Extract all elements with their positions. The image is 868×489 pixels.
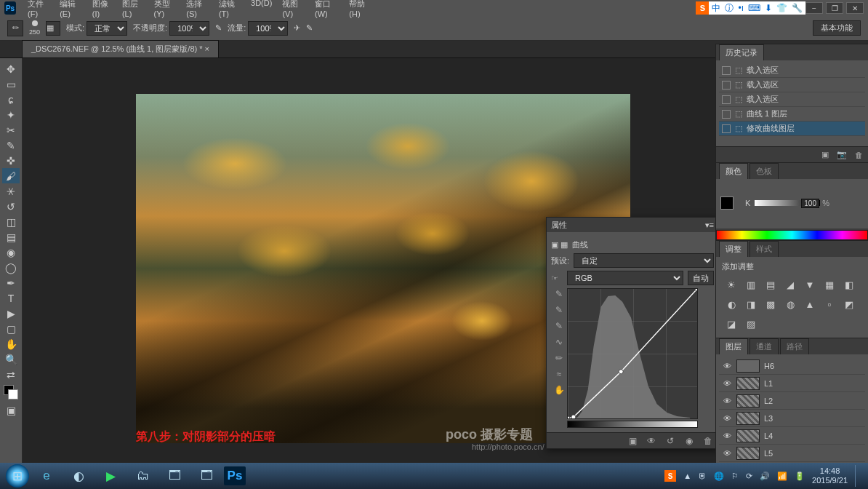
auto-button[interactable]: 自动 [688, 271, 714, 285]
tray-up-icon[interactable]: ▲ [683, 472, 691, 480]
color-spectrum-bar[interactable] [716, 230, 868, 240]
blend-mode-select[interactable]: 正常 [87, 21, 127, 36]
ime-keyboard-icon[interactable]: ⌨ [748, 3, 760, 13]
ime-skin-icon[interactable]: 👕 [776, 3, 787, 13]
menu-file[interactable]: 文件(F) [23, 0, 54, 20]
adj-exposure-icon[interactable]: ◢ [784, 278, 797, 291]
adj-levels-icon[interactable]: ▥ [744, 278, 758, 291]
curve-edit-icon[interactable]: ∿ [553, 336, 565, 348]
layer-row[interactable]: 👁L4 [719, 427, 865, 445]
taskbar-clock[interactable]: 14:48 2015/9/21 [812, 466, 848, 485]
channels-tab[interactable]: 通道 [750, 338, 779, 354]
workspace-switcher[interactable]: 基本功能 [813, 20, 861, 36]
crop-tool-icon[interactable]: ✂ [2, 122, 20, 138]
layer-name[interactable]: L3 [764, 414, 773, 423]
task-icon[interactable]: 🗔 [160, 465, 189, 487]
close-window-button[interactable]: ✕ [846, 2, 864, 14]
type-tool-icon[interactable]: T [2, 290, 20, 306]
adj-colorbal-icon[interactable]: ◧ [843, 278, 856, 291]
swap-colors-icon[interactable]: ⇄ [2, 367, 20, 382]
history-item[interactable]: ⬚载入选区 [719, 78, 865, 92]
adj-bw-icon[interactable]: ◐ [725, 298, 738, 311]
stamp-tool-icon[interactable]: ⚹ [2, 183, 20, 199]
adj-selcolor-icon[interactable]: ▨ [744, 317, 758, 330]
layer-row[interactable]: 👁L3 [719, 410, 865, 427]
menu-filter[interactable]: 滤镜(T) [214, 0, 245, 20]
layer-row[interactable]: 👁L2 [719, 392, 865, 410]
curve-draw-icon[interactable]: ✏ [553, 352, 565, 364]
doc-tab[interactable]: _DSC2676.NEF @ 12.5% (曲线 1, 图层蒙版/8) * × [22, 40, 219, 57]
tray-batt-icon[interactable]: 🔋 [795, 472, 805, 481]
ime-moon-icon[interactable]: ⓙ [725, 2, 734, 15]
menu-select[interactable]: 选择(S) [182, 0, 213, 20]
menu-view[interactable]: 视图(V) [278, 0, 309, 20]
properties-tab[interactable]: 属性 [551, 220, 567, 231]
history-item[interactable]: ⬚修改曲线图层 [719, 122, 865, 136]
task-icon-2[interactable]: 🗔 [192, 465, 221, 487]
adj-poster-icon[interactable]: ▫ [823, 298, 836, 311]
styles-tab[interactable]: 样式 [750, 241, 779, 257]
tray-sogou-icon[interactable]: S [664, 470, 676, 482]
layer-name[interactable]: L4 [764, 432, 773, 440]
tray-vol-icon[interactable]: 🔊 [760, 472, 770, 481]
layer-name[interactable]: L2 [764, 397, 773, 405]
tray-net-icon[interactable]: 🌐 [714, 472, 724, 481]
browser-icon[interactable]: ◐ [64, 465, 93, 487]
history-delete-icon[interactable]: 🗑 [853, 150, 864, 160]
eyedropper-tool-icon[interactable]: ✎ [2, 138, 20, 153]
menu-layer[interactable]: 图层(L) [118, 0, 148, 20]
history-item[interactable]: ⬚曲线 1 图层 [719, 107, 865, 122]
ime-lang[interactable]: 中 [712, 2, 720, 15]
reset-icon[interactable]: ↺ [664, 435, 676, 447]
adj-thresh-icon[interactable]: ◩ [843, 298, 856, 311]
marquee-tool-icon[interactable]: ▭ [2, 76, 20, 92]
flow-select[interactable]: 100% [248, 21, 288, 36]
history-new-icon[interactable]: 📷 [837, 150, 847, 160]
layer-name[interactable]: H6 [764, 362, 774, 370]
layer-visibility-icon[interactable]: 👁 [722, 432, 732, 440]
clip-to-layer-icon[interactable]: ▣ [627, 435, 638, 447]
brush-tool-icon[interactable]: 🖌 [2, 168, 20, 183]
history-item[interactable]: ⬚载入选区 [719, 92, 865, 107]
eyedropper-white-icon[interactable]: ✎ [553, 320, 565, 332]
media-player-icon[interactable]: ▶ [96, 465, 125, 487]
maximize-button[interactable]: ❐ [826, 2, 843, 14]
ie-icon[interactable]: e [32, 465, 61, 487]
history-brush-tool-icon[interactable]: ↺ [2, 199, 20, 214]
paths-tab[interactable]: 路径 [780, 338, 809, 354]
tray-wifi-icon[interactable]: 📶 [777, 472, 787, 481]
toggle-visibility-icon[interactable]: 👁 [646, 435, 657, 447]
preset-select[interactable]: 自定 [574, 253, 714, 268]
eraser-tool-icon[interactable]: ◫ [2, 214, 20, 229]
minimize-button[interactable]: − [805, 2, 823, 14]
eyedropper-black-icon[interactable]: ✎ [553, 288, 565, 300]
input-gradient-strip[interactable] [567, 421, 698, 428]
tray-safe-icon[interactable]: ⛨ [699, 472, 707, 480]
brush-panel-icon[interactable]: ▦ [46, 21, 60, 36]
history-tab[interactable]: 历史记录 [719, 44, 764, 60]
adj-photo-filter-icon[interactable]: ◨ [744, 298, 758, 311]
blur-tool-icon[interactable]: ◉ [2, 244, 20, 260]
move-tool-icon[interactable]: ✥ [2, 61, 20, 76]
start-button[interactable]: ⊞ [6, 464, 29, 488]
view-previous-icon[interactable]: ◉ [683, 435, 695, 447]
brush-size[interactable]: 250 [29, 20, 40, 36]
curve-hand-icon[interactable]: ✋ [553, 384, 565, 396]
adj-lut-icon[interactable]: ◍ [784, 298, 797, 311]
curve-smooth-icon[interactable]: ≈ [553, 368, 565, 380]
layer-row[interactable]: 👁L5 [719, 445, 865, 462]
ime-wrench-icon[interactable]: 🔧 [792, 3, 803, 13]
tablet-size-icon[interactable]: ✎ [306, 23, 313, 33]
adj-chmix-icon[interactable]: ▩ [764, 298, 777, 311]
menu-help[interactable]: 帮助(H) [345, 0, 376, 20]
history-snapshot-icon[interactable]: ▣ [820, 150, 830, 160]
explorer-icon[interactable]: 🗂 [128, 465, 157, 487]
show-desktop-button[interactable] [855, 465, 862, 487]
pen-tool-icon[interactable]: ✒ [2, 275, 20, 290]
hand-tool-icon[interactable]: ✋ [2, 336, 20, 351]
ime-sogou-icon[interactable]: S [696, 1, 709, 15]
gradient-tool-icon[interactable]: ▤ [2, 229, 20, 244]
delete-adjustment-icon[interactable]: 🗑 [702, 435, 714, 447]
history-item[interactable]: ⬚载入选区 [719, 63, 865, 78]
opacity-select[interactable]: 100% [169, 21, 209, 36]
